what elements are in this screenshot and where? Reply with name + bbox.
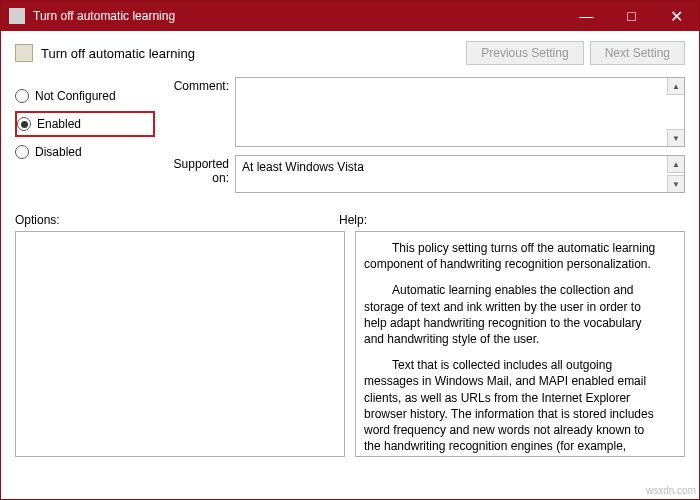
help-label: Help: [339, 213, 367, 227]
next-setting-button[interactable]: Next Setting [590, 41, 685, 65]
radio-not-configured[interactable]: Not Configured [15, 83, 155, 109]
radio-label: Enabled [37, 117, 81, 131]
radio-label: Disabled [35, 145, 82, 159]
supported-row: Supported on: At least Windows Vista ▲ ▼ [155, 155, 685, 193]
supported-textarea: At least Windows Vista ▲ ▼ [235, 155, 685, 193]
policy-icon [15, 44, 33, 62]
comment-row: Comment: ▲ ▼ [155, 77, 685, 147]
radio-disabled[interactable]: Disabled [15, 139, 155, 165]
options-panel[interactable] [15, 231, 345, 457]
help-paragraph: This policy setting turns off the automa… [364, 240, 664, 272]
right-column: Comment: ▲ ▼ Supported on: At least Wind… [155, 77, 685, 201]
lower-section: This policy setting turns off the automa… [1, 231, 699, 471]
scroll-up-icon[interactable]: ▲ [667, 156, 684, 173]
policy-title: Turn off automatic learning [41, 46, 460, 61]
radio-icon [17, 117, 31, 131]
radio-enabled[interactable]: Enabled [15, 111, 155, 137]
titlebar: Turn off automatic learning — □ ✕ [1, 1, 699, 31]
comment-label: Comment: [155, 77, 235, 147]
window-title: Turn off automatic learning [33, 9, 564, 23]
upper-section: Not Configured Enabled Disabled Comment:… [1, 71, 699, 203]
comment-textarea[interactable]: ▲ ▼ [235, 77, 685, 147]
state-radio-group: Not Configured Enabled Disabled [15, 77, 155, 201]
supported-label: Supported on: [155, 155, 235, 193]
help-paragraph: Automatic learning enables the collectio… [364, 282, 664, 347]
scroll-down-icon[interactable]: ▼ [667, 129, 684, 146]
scroll-up-icon[interactable]: ▲ [667, 78, 684, 95]
radio-label: Not Configured [35, 89, 116, 103]
maximize-button[interactable]: □ [609, 1, 654, 31]
scroll-down-icon[interactable]: ▼ [667, 175, 684, 192]
previous-setting-button[interactable]: Previous Setting [466, 41, 583, 65]
help-panel[interactable]: This policy setting turns off the automa… [355, 231, 685, 457]
minimize-button[interactable]: — [564, 1, 609, 31]
close-button[interactable]: ✕ [654, 1, 699, 31]
radio-icon [15, 89, 29, 103]
app-icon [9, 8, 25, 24]
lower-labels: Options: Help: [1, 203, 699, 231]
options-label: Options: [15, 213, 339, 227]
help-paragraph: Text that is collected includes all outg… [364, 357, 664, 457]
header-row: Turn off automatic learning Previous Set… [1, 31, 699, 71]
watermark: wsxdn.com [646, 485, 696, 496]
radio-icon [15, 145, 29, 159]
supported-value: At least Windows Vista [242, 160, 364, 174]
